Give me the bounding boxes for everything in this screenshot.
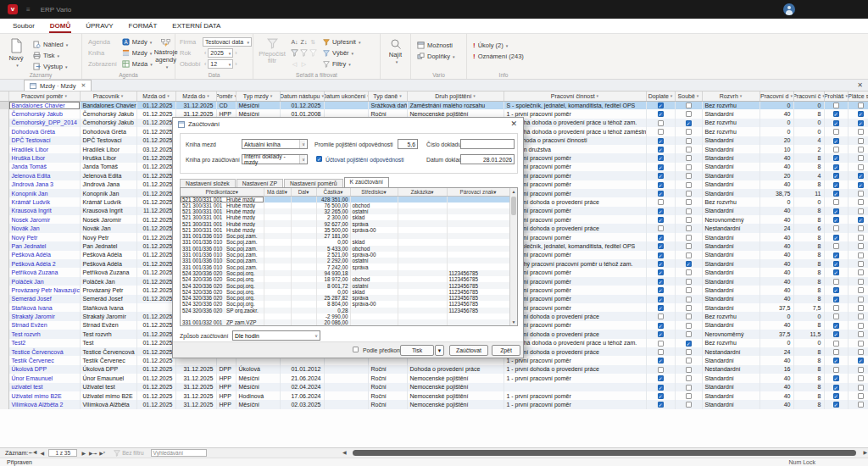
cell-typ-mzdy[interactable]: Měsíční <box>236 400 280 408</box>
cell-castka[interactable]: 27 181,00 <box>316 233 350 239</box>
column-filter-icon[interactable]: ▾ <box>270 93 273 98</box>
platce-checkbox[interactable] <box>858 313 864 319</box>
cell-pracovni-cinnost[interactable]: S - společník, jednatel, komanditista, ř… <box>504 241 646 250</box>
column-header[interactable]: Poměr▾ <box>216 92 236 101</box>
scroll-down-icon[interactable]: ▼ <box>510 319 517 325</box>
cell-pracovni-cas[interactable]: 11 <box>793 189 824 197</box>
cell-mzda-od[interactable]: 01.12.2025 <box>136 312 175 320</box>
cell-mzda-od[interactable]: 01.12.2025 <box>136 268 175 276</box>
cell-pracovni-cas[interactable]: 8 <box>793 163 824 171</box>
record-position[interactable]: 1 z 35 <box>48 449 77 457</box>
doplatek-checkbox[interactable] <box>658 393 664 399</box>
soubeh-checkbox[interactable] <box>686 225 692 231</box>
cell-rozvrh[interactable]: Standardní <box>702 153 760 162</box>
cell-doplatek[interactable] <box>646 224 675 232</box>
cell-platce[interactable] <box>848 180 868 189</box>
cell-prohlaseni[interactable] <box>824 347 848 356</box>
cell-soubeh[interactable] <box>675 180 702 189</box>
cell-rozvrh[interactable]: Nestandardní <box>702 347 760 356</box>
cell-predkontace[interactable]: 524 320/336 020Soc.poj.org. <box>181 276 264 282</box>
cell-mzda-do[interactable]: 31.12.2025 <box>175 365 216 374</box>
column-header[interactable]: Částka▾ <box>316 188 350 196</box>
cell-pracovni-cas[interactable]: 8 <box>793 215 824 224</box>
platce-checkbox[interactable] <box>858 182 864 188</box>
cell-doplatek[interactable] <box>646 347 675 356</box>
prohlaseni-checkbox[interactable] <box>833 199 839 205</box>
row-selector[interactable] <box>0 101 8 109</box>
cell-rozvrh[interactable]: Standardní <box>702 189 760 197</box>
prohlaseni-checkbox[interactable] <box>833 252 839 258</box>
row-selector[interactable] <box>0 153 8 162</box>
prohlaseni-checkbox[interactable] <box>833 164 839 170</box>
cell-pracovnik[interactable]: Nosek Jaromír <box>80 215 136 224</box>
cell-pracovnik[interactable]: Jelenová Edita <box>80 171 136 180</box>
cell-mzda-od[interactable]: 01.12.2025 <box>136 189 175 197</box>
posting-scrollbar[interactable]: ▲ ▼ <box>509 188 517 325</box>
row-selector[interactable] <box>0 109 8 118</box>
find-button[interactable]: Najít▾ <box>383 36 408 70</box>
hscroll-thumb[interactable] <box>353 450 856 456</box>
soubeh-checkbox[interactable] <box>686 235 692 241</box>
cell-mzda-od[interactable]: 01.12.2025 <box>136 374 175 382</box>
cell-pracovni-dny[interactable]: 40 <box>760 383 793 391</box>
cell-pracovni-pomer[interactable]: Hruška Libor <box>8 153 80 162</box>
prohlaseni-checkbox[interactable] <box>833 225 839 231</box>
cell-pracovni-cas[interactable]: 8 <box>793 233 824 241</box>
cell-castka[interactable]: 7 242,00 <box>316 264 350 269</box>
cell-castka[interactable]: -2 990,00 <box>316 313 350 319</box>
cell-rozvrh[interactable]: Standardní <box>702 259 760 268</box>
doplatek-checkbox[interactable] <box>658 367 664 373</box>
posting-row[interactable]: 524 320/336 020Soc.poj.org. 25 287,82 sp… <box>181 295 509 301</box>
posting-row[interactable]: -2 990,00 <box>181 313 509 319</box>
cell-pracovni-cinnost[interactable]: 1 - první pracovní poměr <box>504 171 646 180</box>
row-selector[interactable] <box>0 374 8 382</box>
cell-parovaci-znak[interactable]: 1123456785 <box>447 308 509 313</box>
cell-parovaci-znak[interactable] <box>447 208 509 214</box>
cell-mzda-od[interactable]: 01.12.2025 <box>136 356 175 364</box>
cell-pracovni-cinnost[interactable]: 1 - první pracovní poměr <box>504 391 646 400</box>
cell-stredisko[interactable]: správa <box>350 220 398 226</box>
cell-soubeh[interactable] <box>675 251 702 259</box>
cell-platce[interactable] <box>848 286 868 294</box>
cell-pracovni-cinnost[interactable]: 1 - první pracovní poměr <box>504 295 646 303</box>
cell-stredisko[interactable] <box>350 196 398 202</box>
cell-mzda-od[interactable]: 01.12.2025 <box>136 400 175 408</box>
doplatek-checkbox[interactable] <box>658 323 664 329</box>
cell-pracovni-dny[interactable]: 40 <box>760 286 793 294</box>
cell-pracovni-cinnost[interactable]: 1 - první pracovní poměr <box>504 374 646 382</box>
cell-parovaci-znak[interactable] <box>447 246 509 252</box>
cell-prohlaseni[interactable] <box>824 145 848 153</box>
cell-pracovni-cinnost[interactable]: 2 - druhá dohoda o provedení práce u téh… <box>504 127 646 136</box>
prohlaseni-checkbox[interactable] <box>833 323 839 329</box>
cell-doplatek[interactable] <box>646 241 675 250</box>
cell-rozvrh[interactable]: Standardní <box>702 303 760 312</box>
cell-rozvrh[interactable]: Standardní <box>702 268 760 276</box>
cell-pracovni-pomer[interactable]: Semerád Josef <box>8 295 80 303</box>
cell-mzda-od[interactable]: 01.12.2025 <box>136 391 175 400</box>
cell-rozvrh[interactable]: Standardní <box>702 145 760 153</box>
cell-doplatek[interactable] <box>646 145 675 153</box>
cell-pracovni-cinnost[interactable]: 1 - první dohoda o provedení práce <box>504 224 646 232</box>
cell-pracovni-cinnost[interactable]: 1 - první pracovní poměr <box>504 251 646 259</box>
prev-record-button[interactable]: ◀ <box>37 450 47 456</box>
cell-stredisko[interactable]: správa-00 <box>350 301 398 307</box>
cell-platce[interactable] <box>848 127 868 136</box>
prohlaseni-checkbox[interactable] <box>833 235 839 241</box>
cell-pracovni-cinnost[interactable]: 2 - druhý pracovní pracovní poměr u tého… <box>504 259 646 268</box>
cell-pracovnik[interactable]: Nový Petr <box>80 233 136 241</box>
soubeh-checkbox[interactable] <box>686 182 692 188</box>
cell-pracovni-cas[interactable]: 8 <box>793 365 824 374</box>
cell-pomer[interactable]: HPP <box>216 400 236 408</box>
cell-predkontace[interactable]: 521 300/331 001Hrubé mzdy <box>181 220 264 226</box>
column-filter-icon[interactable]: ▾ <box>740 93 743 98</box>
cell-pracovni-cas[interactable]: 8 <box>793 153 824 162</box>
cell-zakazka[interactable] <box>398 214 447 220</box>
cell-prohlaseni[interactable] <box>824 339 848 347</box>
cell-rozvrh[interactable]: Standardní <box>702 391 760 400</box>
cell-pracovni-dny[interactable]: 40 <box>760 295 793 303</box>
cell-pracovni-cas[interactable]: 8 <box>793 321 824 330</box>
column-header[interactable]: Pracovní poměr▾ <box>8 92 80 101</box>
cell-pracovni-cinnost[interactable]: 1 - první pracovní poměr <box>504 109 646 118</box>
cell-platce[interactable] <box>848 207 868 215</box>
cell-prohlaseni[interactable] <box>824 303 848 312</box>
